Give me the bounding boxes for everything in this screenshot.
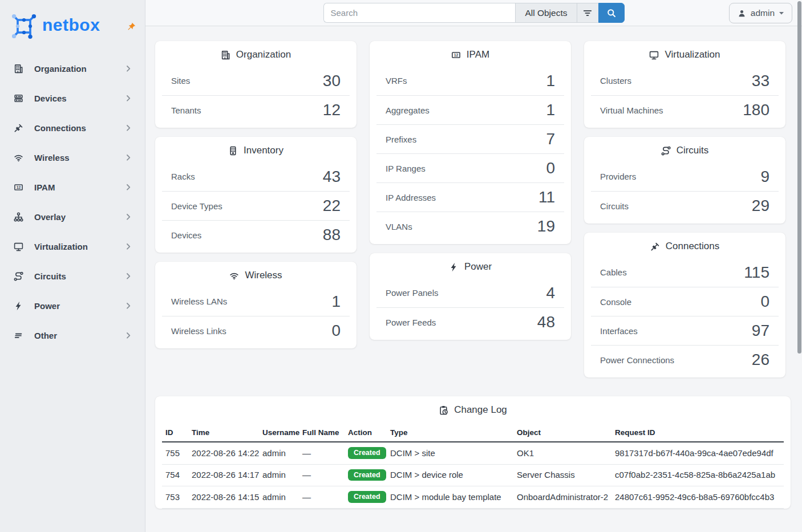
- card-title: IPAM: [467, 49, 489, 60]
- stat-row-cables: Cables 115: [591, 258, 779, 287]
- sidebar-item-devices[interactable]: Devices: [0, 83, 145, 113]
- changelog-time-link[interactable]: 2022-08-26 14:15: [188, 486, 259, 509]
- card-title: Connections: [666, 241, 720, 252]
- changelog-request-id-link[interactable]: 24807c61-9952-49c6-b8a5-69760bfcc4b3: [611, 486, 784, 509]
- stat-value[interactable]: 0: [331, 323, 341, 339]
- stat-value[interactable]: 1: [546, 73, 555, 89]
- stat-value[interactable]: 1: [331, 294, 341, 310]
- changelog-id-link[interactable]: 753: [162, 486, 188, 509]
- stat-value[interactable]: 12: [323, 102, 341, 118]
- chevron-right-icon: [126, 243, 131, 250]
- stat-value[interactable]: 11: [538, 189, 555, 205]
- sidebar-item-ipam[interactable]: IPAM: [0, 172, 145, 202]
- stat-value[interactable]: 22: [323, 198, 341, 214]
- stat-value[interactable]: 48: [537, 314, 555, 330]
- stat-value[interactable]: 29: [752, 198, 769, 214]
- pin-sidebar-icon[interactable]: [127, 22, 136, 31]
- search-input[interactable]: [323, 3, 516, 23]
- chevron-right-icon: [126, 303, 131, 309]
- stat-value[interactable]: 115: [744, 265, 769, 281]
- sidebar-item-circuits[interactable]: Circuits: [0, 261, 145, 291]
- stat-row-power-connections: Power Connections 26: [591, 345, 779, 374]
- sidebar-item-organization[interactable]: Organization: [0, 54, 145, 83]
- stat-value[interactable]: 19: [537, 218, 555, 234]
- dashboard-content: Organization Sites 30 Tenants 12: [145, 26, 802, 532]
- search-button[interactable]: [598, 3, 625, 23]
- changelog-object-link[interactable]: OK1: [513, 442, 611, 464]
- server-rack-icon: [14, 94, 23, 103]
- stat-value[interactable]: 43: [323, 169, 341, 185]
- user-menu-label: admin: [751, 8, 775, 18]
- stat-value[interactable]: 7: [546, 131, 555, 147]
- search-scope-dropdown[interactable]: All Objects: [515, 3, 576, 23]
- bolt-icon: [449, 262, 459, 272]
- netbox-logo[interactable]: netbox: [11, 14, 100, 39]
- route-icon: [14, 271, 23, 281]
- changelog-time-link[interactable]: 2022-08-26 14:22: [188, 442, 259, 464]
- card-title-row: Wireless: [155, 262, 357, 286]
- stat-row-power-panels: Power Panels 4: [376, 278, 564, 307]
- changelog-type: DCIM > site: [387, 442, 513, 464]
- sidebar-item-virtualization[interactable]: Virtualization: [0, 232, 145, 261]
- changelog-id-link[interactable]: 755: [162, 442, 188, 464]
- stat-row-sites: Sites 30: [162, 66, 350, 95]
- sidebar-item-label: Overlay: [34, 212, 66, 222]
- stat-value[interactable]: 180: [743, 102, 769, 118]
- stat-value[interactable]: 4: [546, 285, 555, 301]
- stat-row-wireless-links: Wireless Links 0: [162, 316, 350, 345]
- wifi-icon: [229, 271, 239, 281]
- stat-label: Device Types: [171, 201, 222, 211]
- page-scrollbar[interactable]: [797, 0, 802, 532]
- sidebar-item-other[interactable]: Other: [0, 320, 145, 350]
- column-header-time: Time: [188, 424, 259, 442]
- sidebar-item-label: Organization: [34, 64, 87, 74]
- stat-label: Prefixes: [386, 135, 416, 144]
- building-icon: [221, 50, 230, 60]
- stat-value[interactable]: 30: [323, 73, 341, 89]
- stat-value[interactable]: 0: [546, 160, 555, 176]
- changelog-id-link[interactable]: 754: [162, 464, 188, 486]
- stat-label: Aggregates: [386, 105, 430, 115]
- route-icon: [661, 146, 671, 156]
- stat-list: VRFs 1 Aggregates 1 Prefixes 7: [376, 66, 564, 241]
- stat-value[interactable]: 0: [760, 294, 769, 310]
- stats-grid: Organization Sites 30 Tenants 12: [155, 41, 791, 377]
- sidebar-item-connections[interactable]: Connections: [0, 113, 145, 143]
- topbar: All Objects admin: [145, 0, 802, 26]
- filter-button[interactable]: [577, 3, 598, 23]
- sidebar-item-power[interactable]: Power: [0, 291, 145, 320]
- card-power: Power Power Panels 4 Power Feeds 48: [370, 253, 571, 340]
- caret-down-icon: [779, 12, 784, 15]
- action-badge: Created: [348, 469, 386, 481]
- stat-value[interactable]: 9: [760, 169, 769, 185]
- sidebar-item-wireless[interactable]: Wireless: [0, 143, 145, 172]
- scrollbar-thumb[interactable]: [797, 1, 801, 354]
- column-header-full-name: Full Name: [299, 424, 345, 442]
- stat-label: Cables: [600, 267, 627, 277]
- stat-value[interactable]: 33: [752, 73, 769, 89]
- action-badge: Created: [348, 447, 386, 459]
- user-menu-button[interactable]: admin: [729, 3, 792, 23]
- changelog-request-id-link[interactable]: 9817317d-b67f-440a-99ca-4ae07ede94df: [611, 442, 784, 464]
- stat-value[interactable]: 88: [323, 227, 341, 243]
- changelog-title: Change Log: [454, 404, 507, 416]
- stat-row-circuits: Circuits 29: [591, 191, 779, 220]
- changelog-request-id-link[interactable]: c07f0ab2-2351-4c58-825a-8b6a2425a1ab: [611, 464, 784, 486]
- changelog-full-name: —: [299, 442, 345, 464]
- stat-label: Circuits: [600, 201, 629, 211]
- sidebar-item-label: IPAM: [34, 182, 55, 192]
- action-badge: Created: [348, 491, 386, 503]
- stat-list: Wireless LANs 1 Wireless Links 0: [162, 287, 350, 345]
- stat-value[interactable]: 97: [752, 323, 769, 339]
- sidebar-item-label: Connections: [34, 123, 86, 133]
- stat-value[interactable]: 1: [546, 102, 555, 118]
- stat-value[interactable]: 26: [752, 352, 769, 368]
- filter-icon: [583, 9, 592, 18]
- card-wireless: Wireless Wireless LANs 1 Wireless Links …: [155, 262, 357, 348]
- sidebar-item-overlay[interactable]: Overlay: [0, 202, 145, 232]
- changelog-object-link[interactable]: Server Chassis: [513, 464, 611, 486]
- chevron-right-icon: [126, 66, 131, 72]
- changelog-time-link[interactable]: 2022-08-26 14:17: [188, 464, 259, 486]
- stat-row-vlans: VLANs 19: [376, 212, 564, 241]
- column-header-action: Action: [345, 424, 387, 442]
